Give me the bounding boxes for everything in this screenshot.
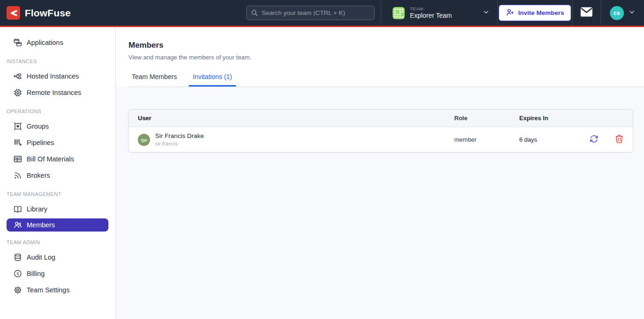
chevron-down-icon [482, 8, 490, 18]
sidebar-item-library[interactable]: Library [0, 201, 115, 217]
delete-invite-button[interactable] [614, 133, 625, 146]
database-icon [13, 253, 22, 262]
sidebar-item-hosted-instances[interactable]: Hosted Instances [0, 68, 115, 84]
trash-icon [615, 134, 624, 145]
sidebar-item-label: Groups [27, 123, 49, 130]
team-avatar-icon [393, 7, 405, 19]
broadcast-icon [13, 171, 22, 180]
sidebar-item-audit-log[interactable]: Audit Log [0, 249, 115, 265]
sidebar-item-applications[interactable]: Applications [0, 34, 115, 51]
sidebar-item-label: Library [27, 205, 47, 213]
sidebar-section-team-management: TEAM MANAGEMENT [0, 191, 115, 197]
table-header-row: User Role Expires In [129, 109, 633, 127]
sidebar-item-label: Bill Of Materials [27, 155, 74, 163]
groups-icon [13, 122, 22, 131]
sidebar-item-label: Audit Log [27, 254, 55, 261]
sidebar-item-label: Brokers [27, 172, 50, 179]
column-header-expires-in: Expires In [519, 115, 582, 122]
user-menu[interactable]: cs [601, 0, 644, 26]
column-header-role: Role [454, 115, 519, 122]
sidebar: Applications INSTANCES Hosted Instances … [0, 27, 116, 319]
main-content: Members View and manage the members of y… [116, 27, 644, 319]
applications-icon [13, 38, 22, 47]
sidebar-item-label: Members [27, 221, 55, 229]
invite-members-button[interactable]: Invite Members [499, 5, 571, 21]
search-input[interactable] [246, 6, 375, 20]
invite-members-label: Invite Members [518, 9, 564, 16]
tab-team-members[interactable]: Team Members [128, 73, 180, 87]
navbar-right: TEAM: Explorer Team Invite Members [381, 0, 644, 26]
invitations-table: User Role Expires In qw Sir Francis Drak… [128, 109, 633, 152]
role-cell: member [454, 136, 519, 143]
user-cell: qw Sir Francis Drake sir.francis [129, 132, 454, 147]
sidebar-item-label: Applications [27, 39, 63, 46]
table-row: qw Sir Francis Drake sir.francis member … [129, 127, 633, 152]
sidebar-item-pipelines[interactable]: Pipelines [0, 134, 115, 151]
sidebar-item-brokers[interactable]: Brokers [0, 167, 115, 183]
user-avatar: cs [610, 6, 624, 20]
svg-text:$: $ [16, 271, 19, 276]
mail-icon [580, 7, 593, 19]
sidebar-item-label: Pipelines [27, 139, 54, 146]
sidebar-item-label: Remote Instances [27, 89, 81, 96]
resend-cell [582, 133, 606, 146]
user-group-icon [13, 220, 22, 230]
sidebar-item-remote-instances[interactable]: Remote Instances [0, 84, 115, 101]
page-subtitle: View and manage the members of your team… [129, 54, 644, 61]
sidebar-item-team-settings[interactable]: Team Settings [0, 282, 115, 298]
page-title: Members [129, 41, 644, 50]
pipelines-icon [13, 138, 22, 147]
tab-bar: Team Members Invitations (1) [128, 73, 644, 87]
chip-icon [13, 88, 22, 97]
invitations-panel: User Role Expires In qw Sir Francis Drak… [116, 87, 644, 319]
top-navbar: FlowFuse TEAM: Explorer Team [0, 0, 644, 26]
brand-name: FlowFuse [25, 7, 71, 19]
team-label: TEAM: [410, 7, 452, 12]
flowfuse-logo[interactable]: FlowFuse [0, 6, 71, 20]
sidebar-section-instances: INSTANCES [0, 58, 115, 64]
sidebar-section-operations: OPERATIONS [0, 109, 115, 114]
gear-icon [13, 285, 22, 295]
chevron-down-icon [628, 8, 636, 18]
book-open-icon [13, 204, 22, 214]
table-icon [13, 154, 22, 164]
user-username: sir.francis [155, 140, 204, 147]
search-icon [250, 9, 258, 19]
column-header-user: User [129, 115, 454, 122]
team-name: Explorer Team [410, 12, 452, 19]
resend-invite-button[interactable] [588, 133, 600, 146]
sidebar-section-team-admin: TEAM ADMIN [0, 239, 115, 245]
expires-cell: 6 days [519, 136, 582, 143]
tab-invitations[interactable]: Invitations (1) [189, 73, 236, 87]
delete-cell [606, 133, 632, 146]
team-search [246, 6, 375, 20]
sidebar-item-billing[interactable]: $ Billing [0, 265, 115, 282]
invite-wrap: Invite Members [498, 0, 572, 26]
avatar: qw [138, 134, 150, 146]
flowfuse-logo-icon [7, 6, 20, 20]
user-plus-icon [506, 8, 515, 18]
user-texts: Sir Francis Drake sir.francis [155, 132, 204, 147]
notifications-button[interactable] [572, 0, 601, 26]
sidebar-item-label: Hosted Instances [27, 72, 79, 80]
sidebar-item-label: Billing [27, 270, 45, 277]
sidebar-item-groups[interactable]: Groups [0, 118, 115, 134]
sidebar-item-members[interactable]: Members [7, 218, 108, 232]
hosted-instances-icon [13, 72, 22, 81]
sidebar-item-label: Team Settings [27, 286, 70, 294]
team-texts: TEAM: Explorer Team [410, 7, 452, 19]
page-header: Members View and manage the members of y… [116, 27, 644, 87]
user-name: Sir Francis Drake [155, 132, 204, 140]
team-selector[interactable]: TEAM: Explorer Team [381, 0, 497, 26]
refresh-icon [589, 134, 599, 145]
dollar-circle-icon: $ [13, 269, 22, 278]
sidebar-item-bill-of-materials[interactable]: Bill Of Materials [0, 151, 115, 167]
